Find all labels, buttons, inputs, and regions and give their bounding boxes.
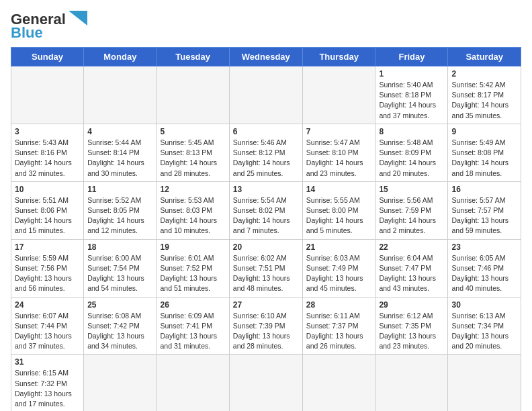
weekday-header-thursday: Thursday	[302, 48, 375, 66]
day-number: 30	[451, 300, 517, 310]
weekday-header-wednesday: Wednesday	[229, 48, 302, 66]
day-info: Sunrise: 5:42 AM Sunset: 8:17 PM Dayligh…	[451, 80, 517, 121]
day-number: 13	[233, 185, 299, 194]
day-info: Sunrise: 5:45 AM Sunset: 8:13 PM Dayligh…	[160, 138, 225, 179]
day-info: Sunrise: 5:51 AM Sunset: 8:06 PM Dayligh…	[15, 195, 80, 236]
day-info: Sunrise: 5:56 AM Sunset: 7:59 PM Dayligh…	[379, 195, 444, 236]
calendar-cell: 26Sunrise: 6:09 AM Sunset: 7:41 PM Dayli…	[157, 297, 229, 355]
calendar-cell: 4Sunrise: 5:44 AM Sunset: 8:14 PM Daylig…	[84, 124, 157, 181]
day-number: 4	[87, 127, 152, 136]
day-info: Sunrise: 6:04 AM Sunset: 7:47 PM Dayligh…	[379, 253, 444, 294]
calendar-cell: 22Sunrise: 6:04 AM Sunset: 7:47 PM Dayli…	[375, 239, 448, 297]
calendar-week-0: 1Sunrise: 5:40 AM Sunset: 8:18 PM Daylig…	[11, 66, 521, 124]
calendar-cell	[157, 355, 229, 411]
day-info: Sunrise: 5:44 AM Sunset: 8:14 PM Dayligh…	[87, 138, 152, 179]
day-info: Sunrise: 5:54 AM Sunset: 8:02 PM Dayligh…	[233, 195, 299, 236]
calendar-cell: 25Sunrise: 6:08 AM Sunset: 7:42 PM Dayli…	[84, 297, 157, 355]
weekday-header-monday: Monday	[84, 48, 157, 66]
calendar-week-1: 3Sunrise: 5:43 AM Sunset: 8:16 PM Daylig…	[11, 124, 521, 181]
logo-blue: Blue	[11, 26, 43, 40]
day-info: Sunrise: 5:52 AM Sunset: 8:05 PM Dayligh…	[87, 195, 152, 236]
calendar-cell: 2Sunrise: 5:42 AM Sunset: 8:17 PM Daylig…	[448, 66, 521, 124]
calendar-cell: 12Sunrise: 5:53 AM Sunset: 8:03 PM Dayli…	[157, 181, 229, 239]
day-info: Sunrise: 6:01 AM Sunset: 7:52 PM Dayligh…	[160, 253, 225, 294]
calendar-cell: 16Sunrise: 5:57 AM Sunset: 7:57 PM Dayli…	[448, 181, 521, 239]
day-number: 12	[160, 185, 225, 194]
day-number: 24	[15, 300, 80, 310]
day-info: Sunrise: 5:53 AM Sunset: 8:03 PM Dayligh…	[160, 195, 225, 236]
calendar-cell: 17Sunrise: 5:59 AM Sunset: 7:56 PM Dayli…	[11, 239, 84, 297]
day-number: 11	[87, 185, 152, 194]
calendar-cell: 24Sunrise: 6:07 AM Sunset: 7:44 PM Dayli…	[11, 297, 84, 355]
day-number: 18	[87, 242, 152, 252]
calendar-cell	[84, 66, 157, 124]
calendar-cell: 29Sunrise: 6:12 AM Sunset: 7:35 PM Dayli…	[375, 297, 448, 355]
day-number: 19	[160, 242, 225, 252]
day-info: Sunrise: 6:00 AM Sunset: 7:54 PM Dayligh…	[87, 253, 152, 294]
calendar-week-5: 31Sunrise: 6:15 AM Sunset: 7:32 PM Dayli…	[11, 355, 521, 411]
calendar-cell: 31Sunrise: 6:15 AM Sunset: 7:32 PM Dayli…	[11, 355, 84, 411]
weekday-header-tuesday: Tuesday	[157, 48, 229, 66]
calendar-cell: 21Sunrise: 6:03 AM Sunset: 7:49 PM Dayli…	[302, 239, 375, 297]
calendar-cell: 9Sunrise: 5:49 AM Sunset: 8:08 PM Daylig…	[448, 124, 521, 181]
calendar-cell: 15Sunrise: 5:56 AM Sunset: 7:59 PM Dayli…	[375, 181, 448, 239]
day-number: 16	[451, 185, 517, 194]
day-info: Sunrise: 5:47 AM Sunset: 8:10 PM Dayligh…	[306, 138, 372, 179]
svg-marker-0	[69, 11, 87, 26]
calendar-cell	[11, 66, 84, 124]
day-info: Sunrise: 6:07 AM Sunset: 7:44 PM Dayligh…	[15, 311, 80, 352]
calendar-cell: 18Sunrise: 6:00 AM Sunset: 7:54 PM Dayli…	[84, 239, 157, 297]
calendar-cell: 11Sunrise: 5:52 AM Sunset: 8:05 PM Dayli…	[84, 181, 157, 239]
day-info: Sunrise: 6:10 AM Sunset: 7:39 PM Dayligh…	[233, 311, 299, 352]
day-number: 5	[160, 127, 225, 136]
day-info: Sunrise: 5:57 AM Sunset: 7:57 PM Dayligh…	[451, 195, 517, 236]
day-info: Sunrise: 6:02 AM Sunset: 7:51 PM Dayligh…	[233, 253, 299, 294]
calendar-cell: 28Sunrise: 6:11 AM Sunset: 7:37 PM Dayli…	[302, 297, 375, 355]
calendar-cell	[84, 355, 157, 411]
day-info: Sunrise: 5:55 AM Sunset: 8:00 PM Dayligh…	[306, 195, 372, 236]
calendar-cell	[229, 66, 302, 124]
day-info: Sunrise: 5:49 AM Sunset: 8:08 PM Dayligh…	[451, 138, 517, 179]
calendar-cell: 20Sunrise: 6:02 AM Sunset: 7:51 PM Dayli…	[229, 239, 302, 297]
calendar-cell: 8Sunrise: 5:48 AM Sunset: 8:09 PM Daylig…	[375, 124, 448, 181]
weekday-header-saturday: Saturday	[448, 48, 521, 66]
day-info: Sunrise: 5:43 AM Sunset: 8:16 PM Dayligh…	[15, 138, 80, 179]
day-info: Sunrise: 6:08 AM Sunset: 7:42 PM Dayligh…	[87, 311, 152, 352]
calendar-cell	[448, 355, 521, 411]
day-number: 26	[160, 300, 225, 310]
day-info: Sunrise: 6:09 AM Sunset: 7:41 PM Dayligh…	[160, 311, 225, 352]
day-number: 29	[379, 300, 444, 310]
calendar-week-2: 10Sunrise: 5:51 AM Sunset: 8:06 PM Dayli…	[11, 181, 521, 239]
header: General Blue	[11, 11, 521, 40]
calendar-cell: 3Sunrise: 5:43 AM Sunset: 8:16 PM Daylig…	[11, 124, 84, 181]
logo: General Blue	[11, 11, 87, 40]
calendar-cell: 5Sunrise: 5:45 AM Sunset: 8:13 PM Daylig…	[157, 124, 229, 181]
day-info: Sunrise: 5:59 AM Sunset: 7:56 PM Dayligh…	[15, 253, 80, 294]
day-info: Sunrise: 5:48 AM Sunset: 8:09 PM Dayligh…	[379, 138, 444, 179]
calendar-cell: 23Sunrise: 6:05 AM Sunset: 7:46 PM Dayli…	[448, 239, 521, 297]
day-number: 3	[15, 127, 80, 136]
day-info: Sunrise: 6:15 AM Sunset: 7:32 PM Dayligh…	[15, 368, 80, 409]
calendar-cell: 19Sunrise: 6:01 AM Sunset: 7:52 PM Dayli…	[157, 239, 229, 297]
calendar-cell	[229, 355, 302, 411]
day-number: 7	[306, 127, 372, 136]
calendar-cell: 10Sunrise: 5:51 AM Sunset: 8:06 PM Dayli…	[11, 181, 84, 239]
day-info: Sunrise: 5:40 AM Sunset: 8:18 PM Dayligh…	[379, 80, 444, 121]
weekday-header-sunday: Sunday	[11, 48, 84, 66]
day-number: 10	[15, 185, 80, 194]
calendar-cell: 27Sunrise: 6:10 AM Sunset: 7:39 PM Dayli…	[229, 297, 302, 355]
day-info: Sunrise: 6:03 AM Sunset: 7:49 PM Dayligh…	[306, 253, 372, 294]
calendar-week-3: 17Sunrise: 5:59 AM Sunset: 7:56 PM Dayli…	[11, 239, 521, 297]
day-number: 2	[451, 69, 517, 79]
calendar-cell: 1Sunrise: 5:40 AM Sunset: 8:18 PM Daylig…	[375, 66, 448, 124]
day-number: 21	[306, 242, 372, 252]
day-number: 22	[379, 242, 444, 252]
day-info: Sunrise: 6:12 AM Sunset: 7:35 PM Dayligh…	[379, 311, 444, 352]
day-number: 6	[233, 127, 299, 136]
day-number: 25	[87, 300, 152, 310]
calendar-cell: 30Sunrise: 6:13 AM Sunset: 7:34 PM Dayli…	[448, 297, 521, 355]
calendar-cell	[302, 355, 375, 411]
calendar-cell	[375, 355, 448, 411]
day-info: Sunrise: 6:05 AM Sunset: 7:46 PM Dayligh…	[451, 253, 517, 294]
day-number: 17	[15, 242, 80, 252]
